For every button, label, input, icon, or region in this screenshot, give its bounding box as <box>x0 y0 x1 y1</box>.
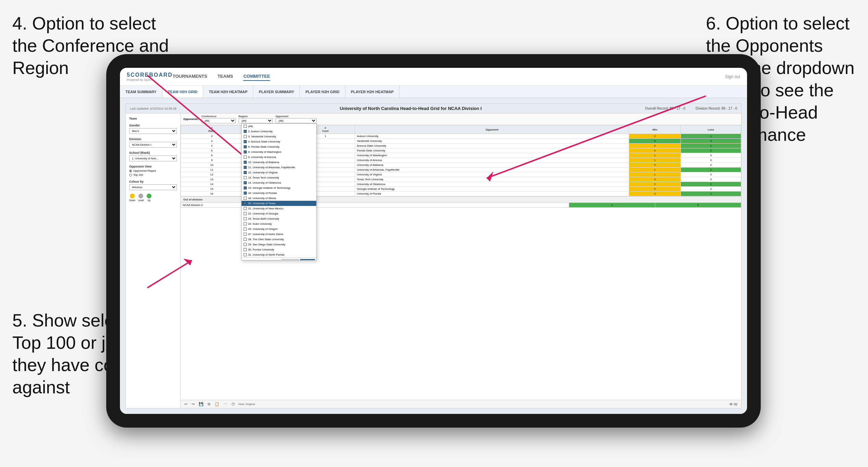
tablet-screen: 5COREBOARD Powered by Sport TOURNAMENTS … <box>120 68 747 414</box>
last-updated: Last Updated: 4/15/2014 16:55:38 <box>130 107 176 110</box>
dropdown-item[interactable]: ✓20. University of Texas <box>242 201 316 206</box>
top-100-radio[interactable]: Top 100 <box>129 173 177 176</box>
division-section: Division NCAA Division I <box>129 137 177 148</box>
nav-tournaments[interactable]: TOURNAMENTS <box>173 72 207 81</box>
apply-button[interactable]: Apply <box>300 259 315 260</box>
dropdown-item[interactable]: 30. Purdue University <box>242 247 316 252</box>
dropdown-item[interactable]: 21. University of New Mexico <box>242 206 316 211</box>
dropdown-checkbox <box>244 248 247 251</box>
dropdown-item[interactable]: ✓14. University of Oklahoma <box>242 180 316 185</box>
colour-legend: Down Level Up <box>129 194 177 201</box>
dropdown-item[interactable]: ✓12. University of Virginia <box>242 170 316 175</box>
opponent-select[interactable]: (All) <box>276 118 317 123</box>
cell-loss: 0 <box>681 177 741 182</box>
nav-teams[interactable]: TEAMS <box>218 72 233 81</box>
dropdown-item[interactable]: ✓10. University of Alabama <box>242 160 316 165</box>
opponent-view-section: Opponent View Opponents Played Top 100 <box>129 165 177 176</box>
nav-sign-out[interactable]: Sign out <box>725 74 740 79</box>
cell-opponent: University of Washington <box>355 153 629 158</box>
dropdown-item[interactable]: 18. University of Illinois <box>242 196 316 201</box>
dropdown-item[interactable]: ✓8. University of Washington <box>242 149 316 155</box>
cell-opponent: University of Florida <box>355 192 629 196</box>
sub-nav-player-heatmap[interactable]: PLAYER H2H HEATMAP <box>345 86 400 98</box>
logo: 5COREBOARD Powered by Sport <box>127 72 173 82</box>
sub-nav-player-summary[interactable]: PLAYER SUMMARY <box>253 86 300 98</box>
cell-rank: 3 <box>181 139 243 144</box>
dropdown-item-label: 20. University of Texas <box>248 202 276 205</box>
more-btn[interactable]: ⋯ <box>222 402 228 407</box>
dropdown-item[interactable]: 13. Texas Tech University <box>242 175 316 180</box>
sub-nav-player-h2h-grid[interactable]: PLAYER H2H GRID <box>300 86 345 98</box>
dropdown-checkbox: ✓ <box>244 192 247 195</box>
gender-select[interactable]: Men's <box>129 128 177 134</box>
cell-rank: 13 <box>181 177 243 182</box>
colour-by-section: Colour by Win/loss <box>129 180 177 190</box>
legend-level: Level <box>138 194 144 201</box>
copy-btn[interactable]: ⧉ <box>207 402 211 407</box>
school-select[interactable]: 1. University of Nort... <box>129 156 177 161</box>
legend-up: Up <box>147 194 151 201</box>
nav-committee[interactable]: COMMITTEE <box>243 72 270 81</box>
cell-opponent: University of Arizona <box>355 158 629 163</box>
gender-section: Gender Men's <box>129 124 177 134</box>
conference-filter: Conference (All) <box>201 115 236 123</box>
cell-rank: 8 <box>181 153 243 158</box>
cell-opponent: Arizona State University <box>355 144 629 148</box>
colour-by-select[interactable]: Win/loss <box>129 184 177 190</box>
dropdown-item[interactable]: 23. Texas A&M University <box>242 216 316 221</box>
cancel-button[interactable]: Cancel <box>282 259 299 260</box>
dropdown-item[interactable]: 27. University of Notre Dame <box>242 232 316 237</box>
dropdown-item[interactable]: 31. University of North Florida <box>242 252 316 257</box>
region-select[interactable]: (All) <box>239 118 273 123</box>
dropdown-item-label: 16. University of Florida <box>248 192 277 195</box>
radio-dot-top100 <box>129 174 132 176</box>
col-opponent: Opponent <box>355 125 629 134</box>
dropdown-item[interactable]: 9. University of Arizona <box>242 155 316 160</box>
dropdown-item[interactable]: 25. University of Oregon <box>242 226 316 232</box>
dropdown-item[interactable]: 29. San Diego State University <box>242 242 316 247</box>
dropdown-checkbox <box>244 233 247 236</box>
cell-opponent: Florida State University <box>355 148 629 153</box>
eye-btn[interactable]: 👁 W <box>728 402 738 407</box>
sub-nav-h2h-grid[interactable]: TEAM H2H GRID <box>162 86 204 98</box>
dropdown-item[interactable]: 28. The Ohio State University <box>242 237 316 242</box>
nav-bar: 5COREBOARD Powered by Sport TOURNAMENTS … <box>120 68 747 86</box>
dropdown-item[interactable]: ✓16. University of Florida <box>242 191 316 196</box>
paste-btn[interactable]: 📋 <box>213 402 220 407</box>
dropdown-item[interactable]: ✓2. Auburn University <box>242 129 316 134</box>
redo-btn[interactable]: ↪ <box>191 402 196 407</box>
team-section: Team <box>129 117 177 120</box>
cell-rank: 9 <box>181 158 243 163</box>
dropdown-item[interactable]: ✓11. University of Arkansas, Fayettevill… <box>242 165 316 170</box>
dropdown-item-label: 24. Duke University <box>248 222 272 225</box>
dropdown-item-label: 4. Arizona State University <box>248 140 280 143</box>
dropdown-checkbox: ✓ <box>244 202 247 205</box>
opponents-played-radio[interactable]: Opponents Played <box>129 169 177 172</box>
save-btn[interactable]: 💾 <box>198 402 205 407</box>
dropdown-checkbox <box>244 212 247 215</box>
dropdown-item[interactable]: ✓4. Arizona State University <box>242 139 316 144</box>
dropdown-item[interactable]: 24. Duke University <box>242 221 316 226</box>
opponent-filter: Opponent (All) (All)✓2. Auburn Universit… <box>276 115 317 123</box>
clock-btn[interactable]: ⏱ <box>230 402 236 407</box>
dropdown-item[interactable]: ✓6. Florida State University <box>242 144 316 149</box>
dropdown-item-label: 11. University of Arkansas, Fayetteville <box>248 166 295 169</box>
dropdown-checkbox <box>244 228 247 231</box>
conference-select[interactable]: (All) <box>201 118 236 123</box>
division-select[interactable]: NCAA Division I <box>129 142 177 148</box>
undo-btn[interactable]: ↩ <box>183 402 188 407</box>
div-cell-name: NCAA Division II <box>181 203 569 208</box>
dropdown-item[interactable]: 22. University of Georgia <box>242 211 316 216</box>
dropdown-checkbox: ✓ <box>244 166 247 169</box>
school-section: School (Rank) 1. University of Nort... <box>129 151 177 161</box>
sub-nav-h2h-heatmap[interactable]: TEAM H2H HEATMAP <box>203 86 253 98</box>
dropdown-item[interactable]: (All) <box>242 124 316 129</box>
legend-down: Down <box>129 194 135 201</box>
sub-nav: TEAM SUMMARY TEAM H2H GRID TEAM H2H HEAT… <box>120 86 747 98</box>
toolbar-bottom: ↩ ↪ 💾 ⧉ 📋 ⋯ ⏱ View: Original 👁 W <box>181 400 741 408</box>
sub-nav-team-summary[interactable]: TEAM SUMMARY <box>120 86 162 98</box>
dropdown-checkbox <box>244 238 247 241</box>
dropdown-item[interactable]: ✓15. Georgia Institute of Technology <box>242 185 316 191</box>
dropdown-item-label: 12. University of Virginia <box>248 171 278 174</box>
dropdown-item[interactable]: 3. Vanderbilt University <box>242 134 316 139</box>
